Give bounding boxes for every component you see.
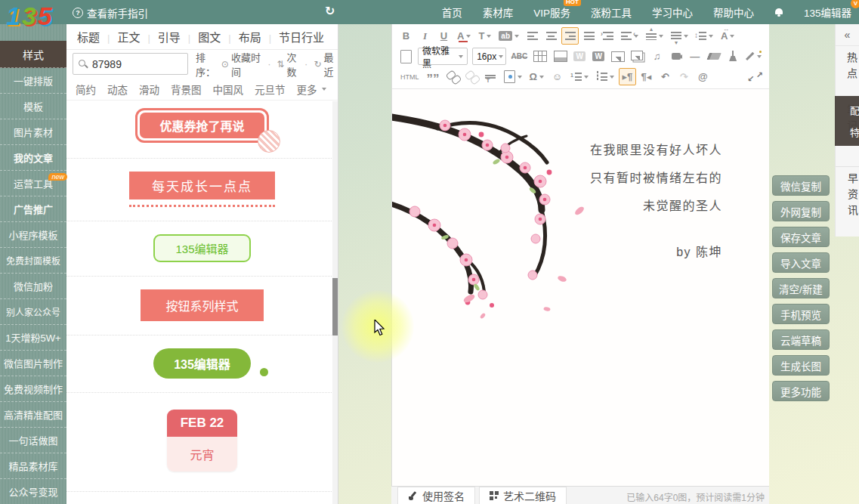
tab-guide[interactable]: 引导: [140, 29, 180, 45]
app-logo[interactable]: 135: [6, 2, 62, 36]
notification-bell-icon[interactable]: [774, 8, 783, 17]
table-icon[interactable]: [531, 48, 549, 65]
eraser-icon[interactable]: [705, 48, 722, 65]
template-input-tag[interactable]: 请输入内容: [66, 492, 338, 503]
sidebar-item-styles[interactable]: 样式: [0, 41, 66, 68]
template-135-editor-outline[interactable]: 135编辑器: [66, 221, 338, 277]
paragraph-ltr-icon[interactable]: ▸¶: [619, 68, 636, 85]
sort-by-recent[interactable]: ↻ 最近: [301, 50, 338, 79]
text-effect-icon[interactable]: T: [475, 27, 494, 45]
art-qrcode-tab[interactable]: 艺术二维码: [479, 487, 567, 504]
sidebar-item-account-monetization[interactable]: 公众号变现: [0, 479, 66, 504]
panel-scrollbar-track[interactable]: [332, 101, 338, 504]
btn-save-article[interactable]: 保存文章: [772, 227, 830, 247]
rail-hot-topics[interactable]: 热点: [836, 52, 859, 84]
newbie-guide-link[interactable]: 查看新手指引: [73, 5, 148, 20]
video-icon[interactable]: [667, 48, 684, 65]
sidebar-item-free-video-making[interactable]: 免费视频制作: [0, 376, 66, 402]
panel-scrollbar-thumb[interactable]: [332, 278, 338, 335]
sidebar-item-templates[interactable]: 模板: [0, 94, 66, 119]
sort-by-count[interactable]: ⇅ 次数: [264, 50, 301, 79]
sidebar-item-gain-50k-fans[interactable]: 1天增粉5W+: [0, 325, 66, 351]
filter-background-image[interactable]: 背景图: [171, 82, 202, 97]
template-grow-everyday[interactable]: 每天成长一点点: [66, 159, 338, 221]
text-block-icon[interactable]: [482, 68, 499, 85]
sidebar-item-hd-precise-images[interactable]: 高清精准配图: [0, 402, 66, 428]
collapse-rail-icon[interactable]: «: [836, 24, 859, 46]
emoji-icon[interactable]: ☺: [548, 68, 566, 85]
page-setup-icon[interactable]: [501, 68, 525, 85]
redo-icon[interactable]: ↷: [675, 68, 693, 85]
highlight-icon[interactable]: ab: [496, 27, 522, 45]
rail-morning-news[interactable]: 早资讯: [836, 166, 859, 221]
nav-fans-tools[interactable]: 涨粉工具: [591, 5, 632, 20]
magic-format-icon[interactable]: [743, 48, 764, 65]
align-right-icon[interactable]: [561, 27, 579, 45]
bullet-list-icon[interactable]: [593, 68, 617, 85]
btn-clear-new[interactable]: 清空/新建: [772, 278, 830, 298]
outdent-icon[interactable]: [618, 27, 641, 45]
nav-help-center[interactable]: 帮助中心: [713, 5, 754, 20]
underline-icon[interactable]: U: [435, 27, 453, 45]
btn-long-image[interactable]: 生成长图: [772, 355, 830, 376]
paragraph-spacing-icon[interactable]: [693, 27, 716, 45]
btn-wechat-copy[interactable]: 微信复制: [772, 175, 830, 196]
fullscreen-icon[interactable]: [746, 70, 764, 84]
music-icon[interactable]: ♫: [648, 48, 666, 65]
filter-slide[interactable]: 滑动: [139, 82, 159, 97]
ordered-list-icon[interactable]: [567, 68, 592, 85]
table-media-icon[interactable]: [551, 48, 569, 65]
line-height-icon[interactable]: [668, 27, 691, 45]
template-button-series[interactable]: 按钮系列样式: [66, 277, 338, 335]
refresh-icon[interactable]: ↻: [325, 4, 335, 18]
align-justify-icon[interactable]: [580, 27, 598, 45]
nav-material-library[interactable]: 素材库: [483, 5, 514, 20]
nav-home[interactable]: 首页: [442, 5, 462, 20]
sidebar-item-my-articles[interactable]: 我的文章: [0, 145, 66, 171]
editor-content[interactable]: 在我眼里没有好人坏人只有暂时被情绪左右的未觉醒的圣人 by 陈坤: [392, 89, 769, 487]
special-char-icon[interactable]: Ω: [527, 68, 547, 85]
italic-icon[interactable]: I: [416, 27, 434, 45]
account-menu[interactable]: 135编辑器 V: [804, 5, 851, 20]
template-coupon-banner[interactable]: 优惠券抢了再说: [66, 100, 338, 159]
at-link-icon[interactable]: @: [694, 68, 712, 85]
strikethrough-icon[interactable]: ABC: [509, 48, 530, 65]
blockquote-icon[interactable]: ””: [424, 68, 443, 85]
tab-festival-industry[interactable]: 节日行业: [261, 29, 324, 45]
filter-more[interactable]: 更多: [297, 82, 326, 97]
sidebar-item-ad-promotion[interactable]: 广告推广: [0, 196, 66, 222]
btn-cloud-draft[interactable]: 云端草稿: [772, 329, 830, 350]
filter-chinese-style[interactable]: 中国风: [213, 82, 244, 97]
word-paste-icon[interactable]: W: [571, 48, 589, 65]
horizontal-rule-icon[interactable]: —: [686, 48, 703, 65]
format-clean-icon[interactable]: [724, 48, 741, 65]
btn-phone-preview[interactable]: 手机预览: [772, 304, 830, 324]
bold-icon[interactable]: B: [397, 27, 415, 45]
sidebar-item-one-sentence-image[interactable]: 一句话做图: [0, 428, 66, 453]
font-color-icon[interactable]: A: [454, 27, 474, 45]
template-135-editor-pill[interactable]: 135编辑器: [66, 335, 338, 393]
link-icon[interactable]: [444, 68, 462, 85]
font-family-select[interactable]: 微软雅黑: [418, 48, 468, 65]
filter-new-year[interactable]: 元旦节: [255, 82, 286, 97]
sidebar-item-miniprogram-templates[interactable]: 小程序模板: [0, 222, 66, 248]
btn-extranet-copy[interactable]: 外网复制: [772, 201, 830, 221]
signature-tab[interactable]: 使用签名: [397, 487, 475, 504]
filter-dynamic[interactable]: 动态: [107, 82, 128, 97]
word-import-icon[interactable]: W: [590, 48, 607, 65]
letter-spacing-icon[interactable]: A: [718, 27, 737, 45]
sidebar-item-one-click-layout[interactable]: 一键排版: [0, 68, 66, 94]
tab-body[interactable]: 正文: [100, 29, 140, 45]
gallery-icon[interactable]: [629, 48, 647, 65]
tab-image-text[interactable]: 图文: [181, 29, 221, 45]
template-calendar-card[interactable]: FEB 22 元宵: [66, 393, 338, 492]
btn-import-article[interactable]: 导入文章: [772, 252, 830, 273]
image-icon[interactable]: [609, 48, 627, 65]
tab-title[interactable]: 标题: [77, 29, 100, 45]
align-left-icon[interactable]: [524, 27, 541, 45]
unlink-icon[interactable]: [463, 68, 480, 85]
align-center-icon[interactable]: [542, 27, 560, 45]
nav-vip-service[interactable]: VIP服务 HOT: [533, 5, 570, 20]
new-document-icon[interactable]: [397, 48, 415, 65]
sidebar-item-image-material[interactable]: 图片素材: [0, 119, 66, 145]
